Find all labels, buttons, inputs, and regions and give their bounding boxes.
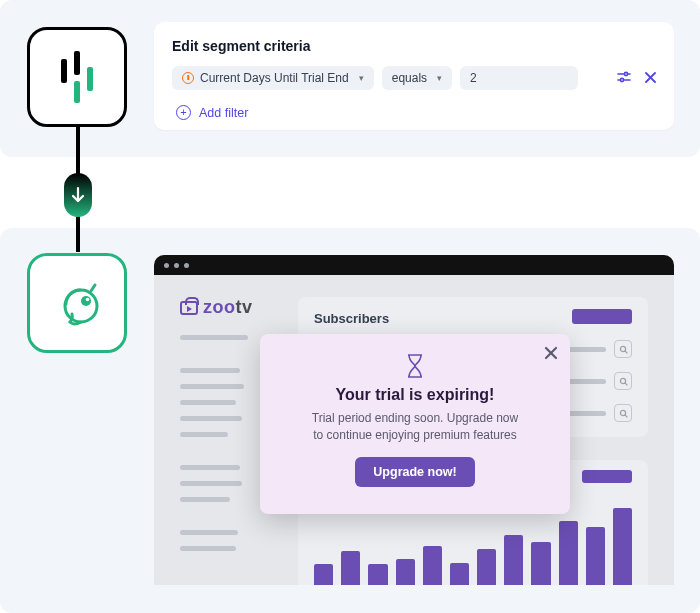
add-filter-label: Add filter: [199, 106, 248, 120]
bar: [368, 564, 387, 585]
operator-selector[interactable]: equals ▾: [382, 66, 452, 90]
settings-sliders-icon[interactable]: [617, 70, 631, 86]
window-dot: [174, 263, 179, 268]
svg-point-17: [620, 410, 625, 415]
segment-criteria-card: Edit segment criteria Current Days Until…: [154, 22, 674, 130]
svg-line-18: [625, 415, 627, 417]
bar: [450, 563, 469, 585]
svg-rect-2: [74, 81, 80, 103]
svg-point-15: [620, 378, 625, 383]
svg-point-10: [620, 78, 623, 81]
modal-title: Your trial is expiring!: [336, 386, 495, 404]
browser-titlebar: [154, 255, 674, 275]
skeleton-line: [180, 384, 244, 389]
svg-rect-0: [61, 59, 67, 83]
arrow-down-icon: [64, 173, 92, 217]
modal-body: Trial period ending soon. Upgrade now to…: [312, 410, 518, 445]
trial-expiring-modal: Your trial is expiring! Trial period end…: [260, 334, 570, 514]
trait-selector[interactable]: Current Days Until Trial End ▾: [172, 66, 374, 90]
skeleton-line: [180, 530, 238, 535]
window-dot: [184, 263, 189, 268]
bar: [477, 549, 496, 585]
bar: [504, 535, 523, 585]
skeleton-line: [180, 400, 236, 405]
bar: [586, 527, 605, 585]
add-filter-button[interactable]: + Add filter: [176, 105, 248, 120]
skeleton-line: [180, 368, 240, 373]
value-input[interactable]: 2: [460, 66, 578, 90]
search-icon[interactable]: [614, 404, 632, 422]
bar: [314, 564, 333, 586]
remove-criteria-icon[interactable]: [645, 70, 656, 86]
svg-point-6: [86, 298, 90, 302]
svg-point-8: [624, 72, 627, 75]
bar: [531, 542, 550, 585]
operator-label: equals: [392, 71, 427, 85]
chevron-down-icon: ▾: [359, 73, 364, 83]
trait-icon: [182, 72, 194, 84]
svg-rect-1: [74, 51, 80, 75]
close-icon[interactable]: [544, 344, 558, 365]
svg-point-13: [620, 346, 625, 351]
skeleton-line: [180, 335, 248, 340]
destination-app-logo: [27, 253, 127, 353]
criteria-title: Edit segment criteria: [172, 38, 656, 54]
plus-circle-icon: +: [176, 105, 191, 120]
tv-icon: [180, 301, 198, 315]
trait-label: Current Days Until Trial End: [200, 71, 349, 85]
bar: [396, 559, 415, 585]
chart-action-badge[interactable]: [582, 470, 632, 483]
skeleton-line: [180, 465, 240, 470]
skeleton-line: [180, 432, 228, 437]
svg-point-5: [81, 296, 91, 306]
bar: [341, 551, 360, 585]
bar: [423, 546, 442, 585]
skeleton-line: [180, 481, 242, 486]
criteria-row: Current Days Until Trial End ▾ equals ▾ …: [172, 66, 656, 90]
app-sidebar: [180, 335, 248, 551]
skeleton-line: [180, 416, 242, 421]
hourglass-icon: [401, 352, 429, 380]
svg-line-14: [625, 351, 627, 353]
svg-line-16: [625, 383, 627, 385]
bar: [613, 508, 632, 585]
window-dot: [164, 263, 169, 268]
bar: [559, 521, 578, 586]
source-app-logo: [27, 27, 127, 127]
search-icon[interactable]: [614, 372, 632, 390]
skeleton-line: [180, 497, 230, 502]
chevron-down-icon: ▾: [437, 73, 442, 83]
search-icon[interactable]: [614, 340, 632, 358]
svg-rect-3: [87, 67, 93, 91]
primary-action-badge[interactable]: [572, 309, 632, 324]
upgrade-button[interactable]: Upgrade now!: [355, 457, 474, 487]
skeleton-line: [180, 546, 236, 551]
